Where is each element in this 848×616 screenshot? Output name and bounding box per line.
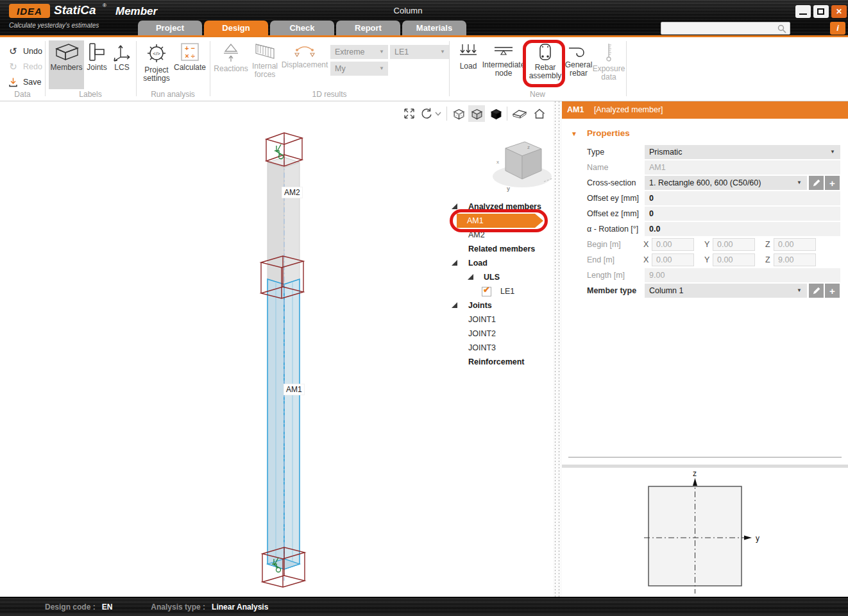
calculate-label: Calculate [174,64,206,72]
add-member-type-button[interactable]: + [825,284,840,298]
navigation-cube[interactable]: x y z [489,132,555,196]
group-label-new: New [449,90,626,99]
y-axis-arrow [744,536,752,540]
chevron-down-icon: ▼ [797,284,802,298]
begin-z-field: 0.00 [774,238,816,251]
length-field: 9.00 [645,268,840,282]
chevron-down-icon: ▼ [440,45,445,59]
shaded-wireframe-view-button[interactable] [468,105,485,122]
le1-checkbox[interactable]: ✔ [482,287,491,296]
offset-ez-field[interactable]: 0 [645,207,840,221]
rotate-view-button[interactable] [418,105,435,122]
intermediate-node-icon [493,42,514,59]
rotate-options-chevron[interactable] [434,105,443,122]
design-code-value: EN [102,603,113,612]
property-row-begin: Begin [m] X 0.00 Y 0.00 Z 0.00 [562,237,848,253]
general-rebar-button[interactable]: General rebar + [562,40,595,89]
home-view-button[interactable] [531,105,548,122]
joints-button[interactable]: Joints [85,40,108,89]
pencil-icon [812,179,820,187]
tree-item-joints[interactable]: Joints [468,298,492,312]
undo-button[interactable]: ↺ Undo [8,46,42,56]
property-row-name: Name AM1 [562,160,848,176]
close-button[interactable]: ✕ [831,5,847,18]
panel-splitter[interactable] [553,101,562,597]
edit-cross-section-button[interactable] [809,176,824,190]
members-button[interactable]: Members [49,40,84,89]
solid-view-button[interactable] [488,105,504,122]
lcs-button[interactable]: LCS [110,40,133,89]
redo-icon: ↻ [8,62,19,71]
toolbar-separator [446,107,447,121]
load-icon [459,42,478,60]
coord-z-label: Z [765,237,770,252]
tree-expander-load[interactable] [452,260,457,266]
project-settings-button[interactable]: </> Project settings [140,40,173,89]
ribbon-separator [136,41,137,96]
panel-divider [568,457,842,458]
add-cross-section-button[interactable]: + [825,176,840,190]
length-label: Length [m] [587,268,625,282]
tree-item-joint3[interactable]: JOINT3 [468,341,496,355]
coord-x-label: X [643,253,649,267]
intermediate-node-button[interactable]: Intermediate node + [484,40,523,89]
tree-item-related-members[interactable]: Related members [468,242,535,256]
load-case-dropdown[interactable]: LE1 ▼ [390,45,449,59]
component-dropdown[interactable]: My ▼ [330,62,388,76]
zoom-fit-button[interactable] [401,105,418,122]
joints-icon [87,42,107,62]
properties-section-title: Properties [587,128,630,138]
tree-expander-analyzed-members[interactable] [452,203,457,209]
exposure-data-label: Exposure data [593,65,625,81]
maximize-button[interactable] [813,5,829,18]
panel-separator-band [562,465,848,468]
tree-item-joint1[interactable]: JOINT1 [468,312,496,327]
tree-expander-joints[interactable] [452,302,457,308]
internal-forces-icon [254,42,276,60]
plus-icon: + [829,178,835,189]
svg-text:</>: </> [153,51,160,56]
clip-plane-button[interactable] [511,105,528,122]
section-collapse-icon[interactable]: ▼ [571,130,577,137]
new-load-button[interactable]: Load + [453,40,484,89]
tab-check[interactable]: Check [270,21,334,35]
group-label-data: Data [0,90,45,99]
selected-object-name: AM1 [567,105,584,114]
tree-item-le1[interactable]: LE1 [500,284,514,298]
ribbon: ↺ Undo ↻ Redo Save Data Members [0,37,848,101]
project-settings-label: Project settings [140,66,173,83]
minimize-button[interactable] [795,5,811,18]
tree-item-joint2[interactable]: JOINT2 [468,327,496,341]
member-am1-right-face [284,279,300,569]
tree-item-uls[interactable]: ULS [484,270,500,284]
extreme-dropdown[interactable]: Extreme ▼ [330,45,388,59]
component-dropdown-value: My [335,64,346,73]
group-label-1d-results: 1D results [210,90,449,99]
chevron-down-icon: ▼ [379,45,384,59]
edit-member-type-button[interactable] [809,284,824,298]
tab-design[interactable]: Design [204,21,268,35]
begin-y-field: 0.00 [713,238,755,251]
calculate-button[interactable]: + − × ÷ Calculate [173,40,207,89]
member-label-am1: AM1 [284,384,305,395]
search-input[interactable] [661,22,790,35]
rotation-field[interactable]: 0.0 [645,222,840,236]
new-load-label: Load [460,62,477,71]
tab-project[interactable]: Project [138,21,202,35]
tree-item-reinforcement[interactable]: Reinforcement [468,355,525,369]
tree-item-load[interactable]: Load [468,256,488,270]
coord-y-label: Y [704,253,709,267]
info-button[interactable]: i [830,22,845,35]
wireframe-view-button[interactable] [450,105,467,122]
property-row-cross-section: Cross-section 1. Rectangle 600, 600 (C50… [562,176,848,191]
type-dropdown[interactable]: Prismatic ▼ [645,145,840,159]
save-button[interactable]: Save [8,77,42,87]
tab-materials[interactable]: Materials [402,21,466,35]
member-type-dropdown[interactable]: Column 1 ▼ [645,284,807,298]
tab-report[interactable]: Report [336,21,400,35]
cross-section-dropdown[interactable]: 1. Rectangle 600, 600 (C50/60) ▼ [645,176,807,190]
solid-cube-icon [489,107,503,121]
svg-text:× ÷: × ÷ [185,52,195,60]
tree-expander-uls[interactable] [468,274,473,280]
offset-ey-field[interactable]: 0 [645,191,840,205]
